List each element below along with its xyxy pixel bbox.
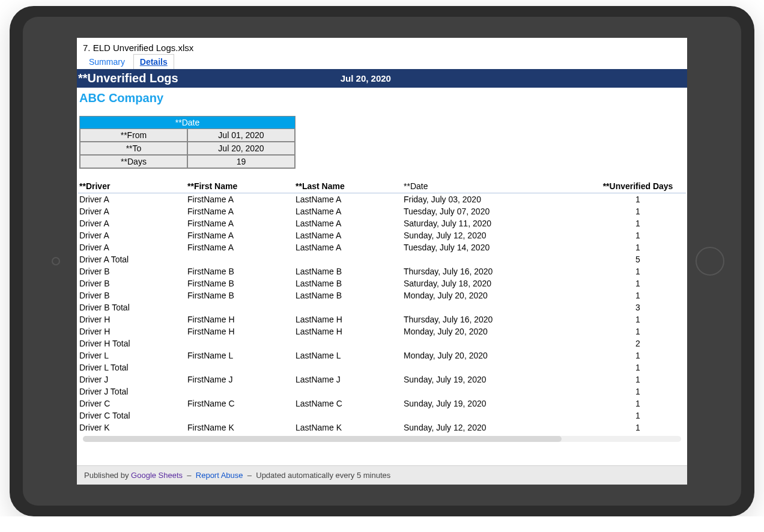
cell-first-name: FirstName B [186, 265, 294, 277]
cell-unverified-days: 1 [590, 373, 686, 385]
google-sheets-link[interactable]: Google Sheets [131, 471, 183, 480]
col-driver: **Driver [78, 180, 186, 193]
cell-driver: Driver J [78, 373, 186, 385]
cell-last-name: LastName K [294, 422, 402, 434]
cell-unverified-days: 1 [590, 385, 686, 397]
cell-first-name [186, 410, 294, 422]
cell-last-name: LastName A [294, 241, 402, 253]
cell-first-name: FirstName A [186, 241, 294, 253]
cell-last-name: LastName A [294, 229, 402, 241]
cell-date: Thursday, July 16, 2020 [402, 313, 590, 325]
cell-driver: Driver K [78, 422, 186, 434]
cell-first-name [186, 385, 294, 397]
report-date: Jul 20, 2020 [341, 73, 391, 83]
cell-first-name: FirstName A [186, 193, 294, 206]
cell-date: Saturday, July 18, 2020 [402, 277, 590, 289]
cell-date [402, 410, 590, 422]
cell-last-name: LastName H [294, 313, 402, 325]
camera-dot-icon [52, 257, 60, 265]
cell-last-name: LastName B [294, 277, 402, 289]
cell-first-name [186, 361, 294, 373]
cell-unverified-days: 1 [590, 325, 686, 337]
table-row: Driver CFirstName CLastName CSunday, Jul… [78, 397, 686, 410]
table-row: Driver AFirstName ALastName ASunday, Jul… [78, 229, 686, 241]
horizontal-scrollbar[interactable] [83, 436, 681, 442]
cell-date: Saturday, July 11, 2020 [402, 217, 590, 229]
horizontal-scrollbar-thumb[interactable] [83, 436, 562, 442]
cell-date: Monday, July 20, 2020 [402, 349, 590, 361]
footer-updated-label: Updated automatically every 5 minutes [256, 471, 390, 480]
cell-date: Tuesday, July 14, 2020 [402, 241, 590, 253]
cell-date: Monday, July 20, 2020 [402, 289, 590, 301]
cell-first-name: FirstName H [186, 313, 294, 325]
report-abuse-link[interactable]: Report Abuse [196, 471, 243, 480]
cell-date: Tuesday, July 07, 2020 [402, 205, 590, 217]
unverified-logs-table: **Driver **First Name **Last Name **Date… [78, 180, 686, 434]
cell-last-name: LastName J [294, 373, 402, 385]
cell-driver: Driver A [78, 193, 186, 206]
cell-date: Sunday, July 12, 2020 [402, 422, 590, 434]
cell-last-name: LastName H [294, 325, 402, 337]
table-row: Driver BFirstName BLastName BSaturday, J… [78, 277, 686, 289]
date-to-value: Jul 20, 2020 [187, 142, 295, 155]
company-name: ABC Company [78, 88, 686, 116]
date-range-box: **Date **From Jul 01, 2020 **To Jul 20, … [79, 116, 296, 169]
table-row: Driver HFirstName HLastName HMonday, Jul… [78, 325, 686, 337]
table-row: Driver AFirstName ALastName AFriday, Jul… [78, 193, 686, 206]
cell-last-name: LastName L [294, 349, 402, 361]
cell-date [402, 301, 590, 313]
cell-unverified-days: 1 [590, 349, 686, 361]
tab-details[interactable]: Details [133, 54, 174, 69]
table-row: Driver BFirstName BLastName BMonday, Jul… [78, 289, 686, 301]
date-from-label: **From [80, 128, 187, 142]
cell-date [402, 253, 590, 265]
cell-unverified-days: 1 [590, 193, 686, 206]
report-title: **Unverified Logs [78, 71, 190, 85]
cell-driver: Driver J Total [78, 385, 186, 397]
cell-last-name [294, 385, 402, 397]
cell-driver: Driver A [78, 229, 186, 241]
tablet-frame: 7. ELD Unverified Logs.xlsx Summary Deta… [10, 6, 754, 516]
cell-last-name [294, 361, 402, 373]
cell-last-name: LastName C [294, 397, 402, 410]
screen: 7. ELD Unverified Logs.xlsx Summary Deta… [77, 38, 687, 485]
cell-unverified-days: 5 [590, 253, 686, 265]
cell-date [402, 361, 590, 373]
col-unverified-days: **Unverified Days [590, 180, 686, 193]
content-scroll[interactable]: ABC Company **Date **From Jul 01, 2020 *… [77, 88, 687, 465]
footer-published-label: Published by [84, 471, 129, 480]
cell-unverified-days: 3 [590, 301, 686, 313]
cell-unverified-days: 1 [590, 361, 686, 373]
cell-date: Friday, July 03, 2020 [402, 193, 590, 206]
table-body: Driver AFirstName ALastName AFriday, Jul… [78, 193, 686, 434]
cell-driver: Driver L [78, 349, 186, 361]
cell-date: Monday, July 20, 2020 [402, 325, 590, 337]
cell-unverified-days: 1 [590, 229, 686, 241]
table-row: Driver HFirstName HLastName HThursday, J… [78, 313, 686, 325]
cell-first-name: FirstName A [186, 217, 294, 229]
date-days-value: 19 [187, 155, 295, 168]
tab-summary[interactable]: Summary [83, 55, 131, 69]
cell-date: Sunday, July 19, 2020 [402, 373, 590, 385]
cell-date [402, 337, 590, 349]
cell-first-name: FirstName C [186, 397, 294, 410]
table-row: Driver KFirstName KLastName KSunday, Jul… [78, 422, 686, 434]
cell-driver: Driver A [78, 205, 186, 217]
cell-first-name: FirstName B [186, 289, 294, 301]
table-row: Driver LFirstName LLastName LMonday, Jul… [78, 349, 686, 361]
home-button[interactable] [696, 247, 724, 276]
cell-unverified-days: 1 [590, 241, 686, 253]
table-row: Driver AFirstName ALastName ATuesday, Ju… [78, 241, 686, 253]
cell-driver: Driver A Total [78, 253, 186, 265]
date-to-label: **To [80, 142, 187, 155]
cell-first-name: FirstName K [186, 422, 294, 434]
table-row: Driver J Total1 [78, 385, 686, 397]
cell-last-name: LastName A [294, 205, 402, 217]
cell-driver: Driver C [78, 397, 186, 410]
cell-driver: Driver B Total [78, 301, 186, 313]
cell-unverified-days: 1 [590, 422, 686, 434]
cell-driver: Driver C Total [78, 410, 186, 422]
sheet-tabs: Summary Details [77, 54, 687, 69]
table-row: Driver C Total1 [78, 410, 686, 422]
cell-first-name [186, 301, 294, 313]
